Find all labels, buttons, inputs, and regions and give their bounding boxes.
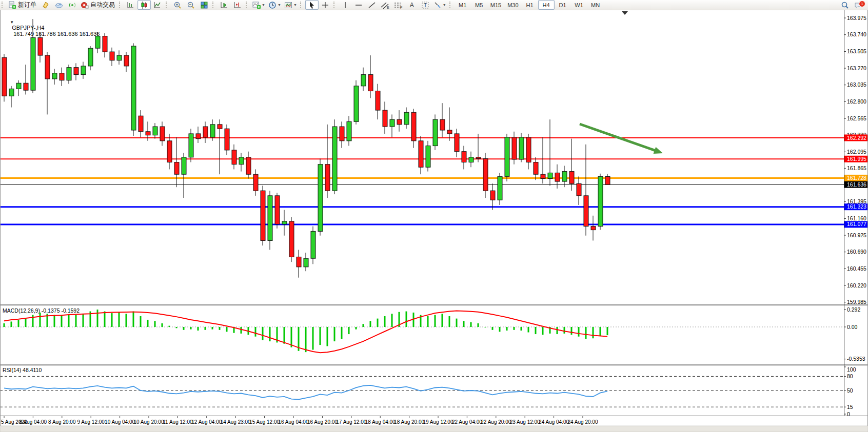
svg-text:-0.5353: -0.5353	[847, 356, 865, 362]
zoom-out-button[interactable]	[184, 0, 198, 10]
svg-text:17 Aug 12:00: 17 Aug 12:00	[336, 419, 366, 425]
toolbar-drag-handle[interactable]	[449, 2, 452, 8]
toolbar-drag-handle[interactable]	[119, 2, 122, 8]
templates-button[interactable]: ▼	[283, 0, 299, 10]
svg-text:15: 15	[847, 404, 853, 410]
community-cloud-icon	[55, 1, 63, 9]
toolbar-group-scroll	[211, 0, 244, 10]
autotrade-icon	[81, 1, 89, 9]
price-label-161.728: 161.728	[844, 175, 867, 181]
tile-windows-icon	[200, 1, 208, 9]
notifications-button[interactable]: 1	[852, 0, 865, 10]
svg-text:161.865: 161.865	[847, 165, 866, 171]
svg-text:18 Aug 04:00: 18 Aug 04:00	[365, 419, 396, 425]
chart-title: GBPJPY-,H4	[12, 25, 44, 31]
svg-text:8 Aug 04:00: 8 Aug 04:00	[19, 419, 47, 425]
timeframe-m1-button[interactable]: M1	[455, 0, 471, 10]
svg-text:12 Aug 04:00: 12 Aug 04:00	[191, 419, 222, 425]
toolbar-group-lines: E F A T	[332, 0, 448, 10]
auto-scroll-button[interactable]	[218, 0, 231, 10]
toolbar-drag-handle[interactable]	[166, 2, 169, 8]
text-icon: A	[410, 2, 414, 8]
svg-text:24 Aug 04:00: 24 Aug 04:00	[539, 419, 569, 425]
svg-text:163.975: 163.975	[847, 15, 866, 21]
svg-text:50: 50	[847, 387, 853, 394]
quotes-button[interactable]	[39, 0, 52, 10]
equidistant-channel-button[interactable]: E	[379, 0, 392, 10]
price-label-162.292: 162.292	[844, 135, 867, 141]
chart-canvas[interactable]: 163.975163.740163.505163.270163.035162.8…	[0, 0, 868, 432]
periods-button[interactable]: ▼	[267, 0, 283, 10]
svg-text:16 Aug 20:00: 16 Aug 20:00	[307, 419, 338, 425]
toolbar-group-trading: 新订单	[0, 0, 117, 10]
timeframe-d1-button[interactable]: D1	[555, 0, 571, 10]
text-label-button[interactable]: T	[419, 0, 432, 10]
timeframe-h4-button[interactable]: H4	[538, 0, 555, 10]
signals-button[interactable]	[66, 0, 79, 10]
toolbar-drag-handle[interactable]	[2, 2, 5, 8]
trendline-icon	[368, 1, 376, 9]
trendline-button[interactable]	[365, 0, 379, 10]
text-button[interactable]: A	[405, 0, 419, 10]
search-button[interactable]	[838, 0, 852, 10]
community-button[interactable]	[52, 0, 66, 10]
toolbar: 新订单	[0, 0, 868, 10]
horizontal-line-button[interactable]	[352, 0, 365, 10]
toolbar-group-chart-type	[117, 0, 164, 10]
timeframe-m30-button[interactable]: M30	[504, 0, 521, 10]
toolbar-drag-handle[interactable]	[333, 2, 337, 8]
svg-text:161.995: 161.995	[847, 156, 866, 162]
macd-indicator-label: MACD(12,26,9) -0.1375 -0.1592	[3, 307, 80, 314]
chart-collapse-arrow[interactable]: ▼	[10, 20, 14, 25]
chart-shift-button[interactable]	[231, 0, 244, 10]
toolbar-drag-handle[interactable]	[300, 2, 303, 8]
new-order-button[interactable]: 新订单	[7, 0, 39, 10]
price-label-161.077: 161.077	[844, 221, 867, 228]
timeframe-mn-button[interactable]: MN	[587, 0, 604, 10]
rsi-indicator-label: RSI(14) 48.4110	[3, 367, 42, 373]
candle-chart-button[interactable]	[137, 0, 151, 10]
svg-text:24 Aug 20:00: 24 Aug 20:00	[568, 419, 598, 425]
timeframe-m15-button[interactable]: M15	[487, 0, 504, 10]
fibonacci-button[interactable]: F	[392, 0, 405, 10]
timeframe-m5-button[interactable]: M5	[471, 0, 487, 10]
tile-windows-button[interactable]	[198, 0, 211, 10]
timeframe-h1-button[interactable]: H1	[522, 0, 538, 10]
clock-icon	[268, 1, 277, 9]
price-label-161.636: 161.636	[844, 181, 867, 188]
crosshair-button[interactable]	[319, 0, 332, 10]
toolbar-group-cursor	[299, 0, 332, 10]
timeframe-w1-button[interactable]: W1	[571, 0, 587, 10]
autotrade-button[interactable]: 自动交易	[79, 0, 117, 10]
zoom-in-button[interactable]	[171, 0, 184, 10]
horizontal-line-icon	[354, 1, 363, 9]
svg-text:161.077: 161.077	[847, 221, 866, 227]
line-chart-button[interactable]	[151, 0, 164, 10]
fibonacci-icon: F	[394, 1, 403, 9]
price-label-161.995: 161.995	[844, 156, 867, 162]
toolbar-drag-handle[interactable]	[212, 2, 215, 8]
zoom-in-icon	[173, 1, 182, 9]
svg-text:22 Aug 04:00: 22 Aug 04:00	[452, 419, 482, 425]
indicators-button[interactable]: ▼	[251, 0, 267, 10]
bar-chart-button[interactable]	[124, 0, 137, 10]
toolbar-drag-handle[interactable]	[246, 2, 249, 8]
vertical-line-button[interactable]	[339, 0, 352, 10]
svg-text:0.292: 0.292	[847, 306, 860, 313]
svg-text:160.455: 160.455	[847, 265, 866, 272]
price-label-161.323: 161.323	[844, 203, 867, 210]
svg-text:T: T	[424, 3, 427, 8]
svg-text:162.565: 162.565	[847, 115, 866, 121]
svg-text:E: E	[387, 6, 389, 9]
new-order-label: 新订单	[18, 1, 36, 9]
cursor-arrow-icon	[308, 1, 316, 9]
svg-text:8 Aug 20:00: 8 Aug 20:00	[48, 419, 76, 425]
line-chart-icon	[153, 1, 162, 9]
zoom-out-icon	[187, 1, 195, 9]
crosshair-icon	[321, 1, 329, 9]
svg-text:100: 100	[847, 366, 856, 373]
svg-text:160.925: 160.925	[847, 232, 866, 238]
cursor-button[interactable]	[305, 0, 319, 10]
arrows-button[interactable]: ▼	[432, 0, 448, 10]
svg-text:163.035: 163.035	[847, 81, 866, 88]
